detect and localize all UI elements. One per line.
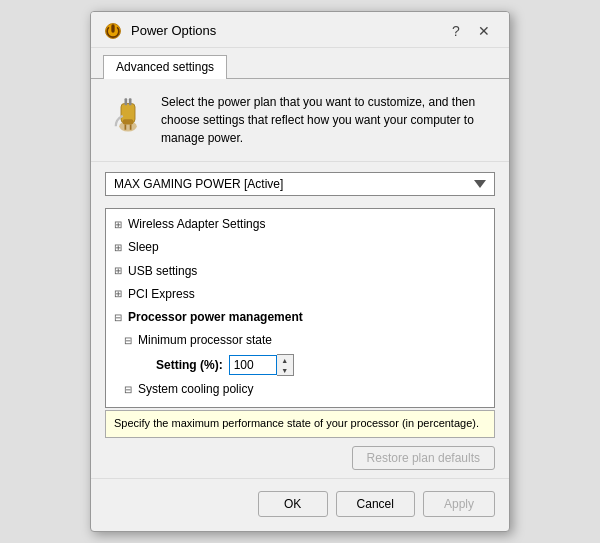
spinner-row: Setting (%): ▲ ▼	[106, 352, 494, 378]
dropdown-section: MAX GAMING POWER [Active]BalancedPower s…	[91, 162, 509, 202]
list-item: ⊟ Maximum processor state	[106, 402, 494, 409]
list-item: ⊞ USB settings	[106, 260, 494, 283]
power-plug-icon	[107, 93, 149, 135]
list-item: ⊞ PCI Express	[106, 283, 494, 306]
expand-icon[interactable]: ⊟	[124, 382, 132, 398]
cancel-button[interactable]: Cancel	[336, 491, 415, 517]
spinner-container: ▲ ▼	[229, 354, 294, 376]
expand-icon[interactable]: ⊞	[114, 217, 122, 233]
plan-dropdown[interactable]: MAX GAMING POWER [Active]BalancedPower s…	[105, 172, 495, 196]
settings-list: ⊞ Wireless Adapter Settings ⊞ Sleep ⊞ US…	[106, 209, 494, 408]
settings-list-container[interactable]: ⊞ Wireless Adapter Settings ⊞ Sleep ⊞ US…	[105, 208, 495, 408]
svg-rect-5	[129, 99, 132, 106]
help-button[interactable]: ?	[443, 19, 469, 43]
spinner-label: Setting (%):	[156, 358, 223, 372]
apply-button[interactable]: Apply	[423, 491, 495, 517]
list-item: ⊞ Sleep	[106, 236, 494, 259]
restore-defaults-button: Restore plan defaults	[352, 446, 495, 470]
spinner-down-button[interactable]: ▼	[277, 365, 293, 375]
expand-icon[interactable]: ⊞	[114, 240, 122, 256]
title-bar-actions: ? ✕	[443, 19, 497, 43]
spinner-up-button[interactable]: ▲	[277, 355, 293, 365]
svg-rect-1	[111, 24, 114, 32]
list-item: ⊟ Minimum processor state	[106, 329, 494, 352]
tab-bar: Advanced settings	[91, 48, 509, 79]
svg-rect-4	[125, 99, 128, 106]
list-item-cooling: ⊟ System cooling policy	[106, 378, 494, 401]
intro-text: Select the power plan that you want to c…	[161, 93, 493, 147]
restore-section: Restore plan defaults	[91, 440, 509, 470]
expand-icon[interactable]: ⊞	[114, 263, 122, 279]
button-row: OK Cancel Apply	[91, 478, 509, 531]
expand-icon[interactable]: ⊞	[114, 286, 122, 302]
title-bar: Power Options ? ✕	[91, 12, 509, 48]
dialog-title: Power Options	[131, 23, 443, 38]
ok-button[interactable]: OK	[258, 491, 328, 517]
dialog-body: Select the power plan that you want to c…	[91, 79, 509, 530]
power-options-icon	[103, 21, 123, 41]
tab-advanced-settings[interactable]: Advanced settings	[103, 55, 227, 79]
expand-icon[interactable]: ⊟	[124, 405, 132, 408]
list-item: ⊞ Wireless Adapter Settings	[106, 213, 494, 236]
spinner-buttons: ▲ ▼	[277, 354, 294, 376]
tooltip-text: Specify the maximum performance state of…	[114, 417, 479, 429]
list-item: ⊟ Processor power management	[106, 306, 494, 329]
processor-min-spinner[interactable]	[229, 355, 277, 375]
expand-icon[interactable]: ⊟	[124, 333, 132, 349]
expand-icon[interactable]: ⊟	[114, 310, 122, 326]
tooltip-box: Specify the maximum performance state of…	[105, 410, 495, 437]
power-options-dialog: Power Options ? ✕ Advanced settings Sele…	[90, 11, 510, 531]
svg-rect-6	[123, 120, 134, 125]
intro-section: Select the power plan that you want to c…	[91, 79, 509, 162]
close-button[interactable]: ✕	[471, 19, 497, 43]
